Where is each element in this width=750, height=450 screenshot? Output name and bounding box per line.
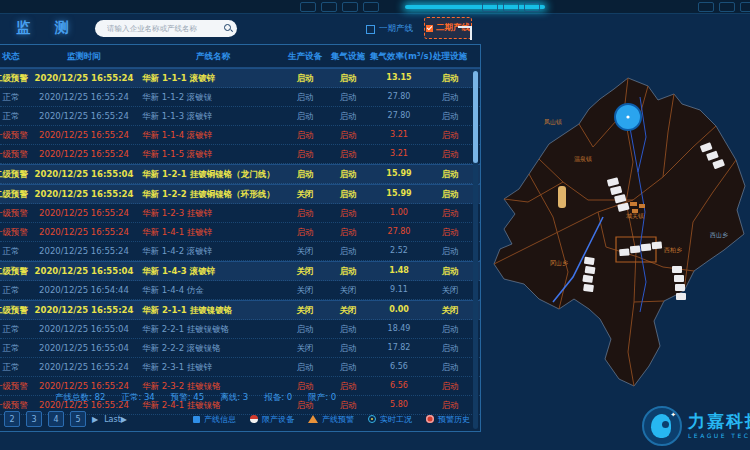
legend-line-info[interactable]: 产线信息: [193, 414, 236, 425]
search-input[interactable]: [105, 23, 224, 34]
corner-bracket-decoration: [458, 26, 472, 40]
cell-name: 华新 2-3-2 挂镀镍铬: [136, 382, 284, 391]
table-row[interactable]: 二级预警2020/12/25 16:55:24华新 1-1-1 滚镀锌启动启动1…: [0, 68, 480, 88]
last-page-button[interactable]: Last▶: [104, 415, 127, 424]
scrollbar-thumb[interactable]: [473, 71, 478, 163]
cell-time: 2020/12/25 16:55:24: [32, 228, 136, 237]
next-page-button[interactable]: ▶: [92, 415, 98, 424]
summary-total: 产线总数: 82: [55, 392, 105, 404]
table-row[interactable]: 正常2020/12/25 16:54:44华新 1-4-4 仿金关闭关闭9.11…: [0, 281, 480, 300]
cell-status: 一级预警: [0, 209, 32, 218]
map-label-town: 凤山镇: [544, 118, 562, 125]
meander-pattern-left: [300, 2, 379, 12]
cell-time: 2020/12/25 16:55:24: [32, 150, 136, 159]
cell-name: 华新 2-3-1 挂镀锌: [136, 363, 284, 372]
page-button-3[interactable]: 3: [26, 411, 42, 427]
cell-time: 2020/12/25 16:55:24: [32, 209, 136, 218]
map-label-town: 西山乡: [710, 231, 728, 239]
page-button-4[interactable]: 4: [48, 411, 64, 427]
warning-history-icon: [426, 415, 434, 423]
cell-status: 一级预警: [0, 228, 32, 237]
phase1-checkbox[interactable]: 一期产线: [366, 23, 413, 35]
cell-prod: 关闭: [284, 247, 326, 256]
cell-treat: 启动: [428, 382, 472, 391]
brand-name-en: LEAGUE TECH: [688, 432, 750, 439]
cell-prod: 启动: [284, 131, 326, 140]
search-box[interactable]: [95, 20, 237, 37]
table-row[interactable]: 正常2020/12/25 16:55:24华新 1-4-2 滚镀锌关闭启动2.5…: [0, 242, 480, 261]
cell-rate: 1.00: [370, 209, 428, 217]
cell-gas: 启动: [326, 131, 370, 140]
table-row[interactable]: 二级预警2020/12/25 16:55:04华新 1-2-1 挂镀铜镍铬（龙门…: [0, 164, 480, 184]
table-scrollbar[interactable]: [473, 69, 478, 429]
table-row[interactable]: 二级预警2020/12/25 16:55:24华新 1-2-2 挂镀铜镍铬（环形…: [0, 184, 480, 204]
cell-prod: 启动: [284, 93, 326, 102]
checkbox-unchecked-icon[interactable]: [366, 25, 375, 34]
cell-treat: 启动: [428, 363, 472, 372]
cell-rate: 15.99: [370, 190, 428, 198]
map-label-town: 冈山乡: [550, 259, 568, 267]
table-row[interactable]: 二级预警2020/12/25 16:55:24华新 2-1-1 挂镀镍镀铬关闭关…: [0, 300, 480, 320]
cell-status: 二级预警: [0, 306, 32, 315]
col-header-status: 状态: [0, 52, 32, 61]
cell-name: 华新 1-1-1 滚镀锌: [136, 74, 284, 83]
table-body: 二级预警2020/12/25 16:55:24华新 1-1-1 滚镀锌启动启动1…: [0, 68, 480, 415]
checkbox-checked-icon[interactable]: [426, 25, 433, 32]
col-header-name: 产线名称: [136, 52, 284, 61]
cell-time: 2020/12/25 16:55:24: [32, 131, 136, 140]
table-row[interactable]: 一级预警2020/12/25 16:55:24华新 1-2-3 挂镀锌启动启动1…: [0, 204, 480, 223]
table-row[interactable]: 二级预警2020/12/25 16:55:04华新 1-4-3 滚镀锌关闭启动1…: [0, 261, 480, 281]
cell-treat: 关闭: [428, 306, 472, 315]
summary-normal: 正常: 34: [121, 392, 154, 404]
legend-warning-history[interactable]: 预警历史: [426, 414, 470, 425]
pagination: 1 2 3 4 5 ▶ Last▶: [0, 411, 127, 427]
search-icon[interactable]: [224, 24, 233, 33]
cell-gas: 启动: [326, 150, 370, 159]
cell-gas: 启动: [326, 170, 370, 179]
table-row[interactable]: 正常2020/12/25 16:55:04华新 2-2-1 挂镀镍镀铬启动启动1…: [0, 320, 480, 339]
map-label-town: 城关镇: [626, 212, 644, 219]
cell-rate: 27.80: [370, 228, 428, 236]
page-button-2[interactable]: 2: [4, 411, 20, 427]
cell-rate: 6.56: [370, 363, 428, 371]
cell-status: 二级预警: [0, 170, 32, 179]
page-button-5[interactable]: 5: [70, 411, 86, 427]
table-row[interactable]: 一级预警2020/12/25 16:55:24华新 1-1-5 滚镀锌启动启动3…: [0, 145, 480, 164]
summary-reported: 报备: 0: [264, 392, 292, 404]
cell-prod: 启动: [284, 382, 326, 391]
legend-limited-device[interactable]: 限产设备: [250, 414, 294, 425]
cell-time: 2020/12/25 16:55:24: [32, 363, 136, 372]
summary-limited: 限产: 0: [308, 392, 336, 404]
cell-rate: 9.11: [370, 286, 428, 294]
area-marker[interactable]: [558, 186, 566, 208]
alert-circle-marker[interactable]: [615, 104, 641, 130]
cell-status: 一级预警: [0, 382, 32, 391]
table-row[interactable]: 正常2020/12/25 16:55:24华新 1-1-2 滚镀镍启动启动27.…: [0, 88, 480, 107]
cell-time: 2020/12/25 16:55:04: [32, 325, 136, 334]
cell-treat: 启动: [428, 190, 472, 199]
district-map[interactable]: 凤山镇 温泉镇 城关镇 冈山乡 西柏乡 西山乡: [488, 52, 750, 400]
cell-time: 2020/12/25 16:55:04: [32, 267, 136, 276]
table-row[interactable]: 正常2020/12/25 16:55:24华新 1-1-3 滚镀锌启动启动27.…: [0, 107, 480, 126]
legend-line-warning[interactable]: 产线预警: [308, 414, 354, 425]
cell-rate: 1.48: [370, 267, 428, 275]
cell-time: 2020/12/25 16:55:04: [32, 344, 136, 353]
cell-status: 正常: [0, 247, 32, 256]
table-row[interactable]: 一级预警2020/12/25 16:55:24华新 1-1-4 滚镀锌启动启动3…: [0, 126, 480, 145]
cell-status: 正常: [0, 325, 32, 334]
table-header: 状态 监测时间 产线名称 生产设备 集气设施 集气效率(m³/s) 处理设施: [0, 45, 480, 68]
cell-name: 华新 1-2-1 挂镀铜镍铬（龙门线）: [136, 170, 284, 179]
table-row[interactable]: 一级预警2020/12/25 16:55:24华新 1-4-1 挂镀锌启动启动2…: [0, 223, 480, 242]
legend-realtime-condition[interactable]: 实时工况: [368, 414, 412, 425]
cell-name: 华新 1-2-2 挂镀铜镍铬（环形线）: [136, 190, 284, 199]
cell-gas: 启动: [326, 228, 370, 237]
cell-treat: 启动: [428, 228, 472, 237]
cell-prod: 关闭: [284, 267, 326, 276]
cell-treat: 关闭: [428, 286, 472, 295]
cell-rate: 15.99: [370, 170, 428, 178]
cell-status: 二级预警: [0, 267, 32, 276]
table-row[interactable]: 正常2020/12/25 16:55:24华新 2-3-1 挂镀锌启动启动6.5…: [0, 358, 480, 377]
table-row[interactable]: 正常2020/12/25 16:55:04华新 2-2-2 滚镀镍铬关闭启动17…: [0, 339, 480, 358]
cell-treat: 启动: [428, 150, 472, 159]
col-header-gas: 集气设施: [326, 52, 370, 61]
